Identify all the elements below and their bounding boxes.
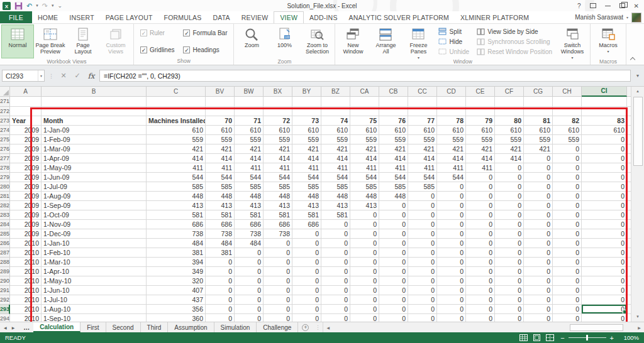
zoom-slider-thumb[interactable] (586, 335, 588, 340)
cell[interactable]: 421 (495, 144, 524, 154)
cell[interactable]: 0 (321, 248, 350, 258)
cell[interactable]: 0 (524, 276, 553, 286)
cell[interactable]: 81 (524, 116, 553, 126)
cell[interactable]: 0 (379, 248, 408, 258)
cell[interactable]: 0 (321, 286, 350, 295)
cell[interactable]: 544 (350, 173, 379, 182)
cell[interactable]: 0 (466, 305, 495, 314)
cell[interactable]: 0 (495, 305, 524, 314)
cell[interactable]: 1-Sep-09 (42, 201, 147, 210)
cell[interactable]: 738 (206, 229, 235, 239)
ribbon-tab-insert[interactable]: INSERT (64, 11, 100, 23)
row-header-285[interactable]: 285 (0, 229, 10, 239)
expand-formula-bar-icon[interactable]: ▼ (633, 74, 642, 78)
cell[interactable]: 78 (437, 116, 466, 126)
cell[interactable]: 0 (408, 305, 437, 314)
undo-icon[interactable]: ↶ (26, 2, 32, 10)
cell[interactable]: 0 (350, 220, 379, 229)
cell[interactable]: 414 (466, 154, 495, 163)
cell[interactable]: 1-Feb-09 (42, 135, 147, 144)
cell[interactable]: 0 (524, 267, 553, 276)
cell[interactable]: 0 (495, 286, 524, 295)
zoom-percent[interactable]: 100% (620, 334, 639, 341)
ribbon-tab-xlminer-platform[interactable]: XLMINER PLATFORM (455, 11, 535, 23)
cell[interactable]: 544 (379, 173, 408, 182)
page-layout-view-icon[interactable] (533, 334, 541, 341)
cell[interactable]: 1-Jul-09 (42, 182, 147, 192)
cell[interactable]: 0 (350, 248, 379, 258)
cell[interactable]: 581 (206, 210, 235, 220)
cell[interactable]: 0 (495, 163, 524, 173)
row-header-284[interactable]: 284 (0, 220, 10, 229)
cell[interactable]: 0 (350, 276, 379, 286)
cell[interactable]: 74 (321, 116, 350, 126)
cell[interactable] (627, 258, 631, 267)
cell[interactable] (627, 182, 631, 192)
cell[interactable]: 0 (350, 258, 379, 267)
cell[interactable]: 610 (235, 126, 264, 135)
cell[interactable]: 610 (206, 126, 235, 135)
column-header-cd[interactable]: CD (437, 87, 466, 97)
cell[interactable]: 414 (437, 154, 466, 163)
row-header-278[interactable]: 278 (0, 163, 10, 173)
cell[interactable] (627, 210, 631, 220)
cell[interactable] (321, 107, 350, 116)
cell[interactable]: 1-Jun-10 (42, 286, 147, 295)
cell[interactable] (350, 107, 379, 116)
scroll-right-icon[interactable]: ▶ (635, 325, 644, 330)
cell[interactable]: 411 (264, 163, 292, 173)
cell[interactable]: 0 (582, 154, 627, 163)
new-sheet-button[interactable]: + (298, 322, 313, 332)
cell[interactable]: 686 (292, 220, 321, 229)
cell[interactable]: 0 (553, 192, 582, 201)
cell[interactable]: 0 (321, 276, 350, 286)
scroll-left-icon[interactable]: ◀ (323, 325, 333, 330)
cell[interactable]: 71 (235, 116, 264, 126)
cell[interactable]: 544 (206, 173, 235, 182)
cell[interactable]: 0 (408, 248, 437, 258)
cell[interactable]: 0 (379, 210, 408, 220)
cell[interactable]: 0 (321, 295, 350, 305)
cell[interactable]: 0 (350, 305, 379, 314)
cell[interactable]: 414 (292, 154, 321, 163)
cell[interactable]: 0 (264, 258, 292, 267)
cell[interactable]: 0 (321, 314, 350, 322)
redo-icon[interactable]: ↷ (42, 2, 48, 10)
cell[interactable]: 610 (553, 126, 582, 135)
cell[interactable]: 610 (408, 126, 437, 135)
cell[interactable]: 559 (206, 135, 235, 144)
cell[interactable]: 0 (379, 229, 408, 239)
cell[interactable]: 0 (553, 258, 582, 267)
cell[interactable] (627, 173, 631, 182)
row-header-280[interactable]: 280 (0, 182, 10, 192)
cell[interactable]: 0 (437, 239, 466, 248)
cell[interactable]: 2010 (10, 286, 42, 295)
cell[interactable] (10, 97, 42, 107)
cell[interactable]: 0 (582, 295, 627, 305)
ribbon-tab-analytic-solver-platform[interactable]: ANALYTIC SOLVER PLATFORM (343, 11, 455, 23)
cell[interactable]: 448 (379, 192, 408, 201)
cell[interactable]: 0 (206, 276, 235, 286)
cell[interactable]: 79 (466, 116, 495, 126)
cell[interactable]: 610 (524, 126, 553, 135)
cell[interactable]: 0 (408, 295, 437, 305)
cell[interactable]: 421 (292, 144, 321, 154)
cell[interactable]: 0 (206, 286, 235, 295)
hide-button[interactable]: Hide (438, 38, 469, 45)
cell[interactable]: 544 (235, 173, 264, 182)
cell[interactable]: 411 (350, 163, 379, 173)
cell[interactable]: 0 (264, 267, 292, 276)
cell[interactable]: 0 (466, 229, 495, 239)
zoom-in-icon[interactable]: + (610, 334, 614, 342)
row-header-277[interactable]: 277 (0, 154, 10, 163)
cell[interactable]: 484 (206, 239, 235, 248)
cell[interactable] (437, 97, 466, 107)
cell[interactable]: 2009 (10, 163, 42, 173)
cell[interactable] (147, 97, 206, 107)
cell[interactable] (627, 144, 631, 154)
split-button[interactable]: Split (438, 28, 469, 35)
cell[interactable]: 448 (321, 192, 350, 201)
horizontal-scrollbar[interactable]: ◀ ▶ (323, 322, 644, 332)
switch-windows-button[interactable]: Switch Windows▾ (556, 24, 589, 58)
cell[interactable]: 559 (408, 135, 437, 144)
